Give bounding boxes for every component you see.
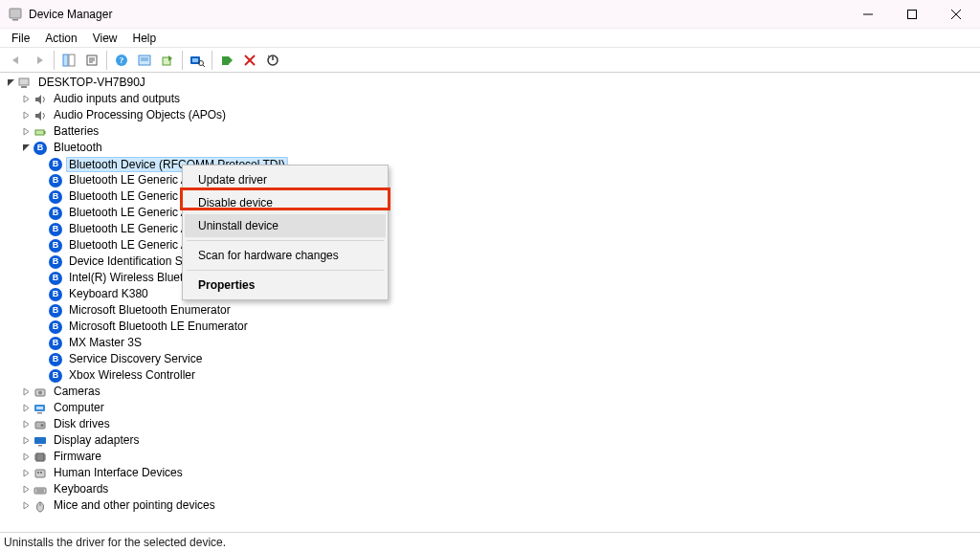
menu-file[interactable]: File xyxy=(4,29,37,48)
menu-view[interactable]: View xyxy=(85,29,125,48)
expand-icon[interactable] xyxy=(19,387,33,396)
tree-root-label: DESKTOP-VH7B90J xyxy=(36,75,147,91)
properties-toolbar-button[interactable] xyxy=(81,50,102,71)
svg-rect-1 xyxy=(12,19,18,21)
tree-category[interactable]: Firmware xyxy=(4,449,980,465)
svg-rect-3 xyxy=(908,10,917,18)
tree-device-label: Xbox Wireless Controller xyxy=(67,367,197,384)
tree-category[interactable]: Audio Processing Objects (APOs) xyxy=(4,107,980,123)
collapse-icon[interactable] xyxy=(4,78,17,87)
tree-device[interactable]: BIntel(R) Wireless Bluetooth(R) xyxy=(4,270,980,286)
action-list-button[interactable] xyxy=(134,50,155,71)
expand-icon[interactable] xyxy=(19,95,33,103)
menu-help[interactable]: Help xyxy=(125,29,165,48)
expand-icon[interactable] xyxy=(19,420,33,429)
tree-device-label: Microsoft Bluetooth Enumerator xyxy=(67,302,233,319)
help-button[interactable]: ? xyxy=(111,50,132,71)
tree-category[interactable]: Computer xyxy=(4,400,980,416)
bluetooth-icon: B xyxy=(48,206,63,221)
tree-device[interactable]: BDevice Identification Service xyxy=(4,253,980,270)
back-button[interactable] xyxy=(6,50,27,71)
device-tree[interactable]: DESKTOP-VH7B90JAudio inputs and outputsA… xyxy=(0,73,980,532)
tree-category[interactable]: BBluetooth xyxy=(4,140,980,156)
tree-device[interactable]: BBluetooth Device (RFCOMM Protocol TDI) xyxy=(4,156,980,172)
expand-icon[interactable] xyxy=(19,111,33,120)
uninstall-device-toolbar-button[interactable] xyxy=(239,50,260,71)
tree-category[interactable]: Mice and other pointing devices xyxy=(4,497,980,514)
tree-device[interactable]: BMicrosoft Bluetooth Enumerator xyxy=(4,302,980,319)
tree-device[interactable]: BMX Master 3S xyxy=(4,335,980,351)
tree-category[interactable]: Batteries xyxy=(4,123,980,140)
camera-icon xyxy=(33,385,48,400)
bluetooth-icon: B xyxy=(48,157,63,172)
context-properties[interactable]: Properties xyxy=(185,274,386,297)
tree-category[interactable]: Human Interface Devices xyxy=(4,465,980,481)
scan-hardware-toolbar-button[interactable] xyxy=(187,50,208,71)
expand-icon[interactable] xyxy=(19,469,33,477)
forward-button[interactable] xyxy=(29,50,50,71)
tree-device[interactable]: BService Discovery Service xyxy=(4,351,980,367)
menu-action[interactable]: Action xyxy=(37,29,84,48)
show-hide-console-tree-button[interactable] xyxy=(58,50,79,71)
expand-icon[interactable] xyxy=(19,452,33,461)
tree-device[interactable]: BBluetooth LE Generic Attribute Service xyxy=(4,205,980,221)
enable-device-toolbar-button[interactable] xyxy=(216,50,237,71)
expand-icon[interactable] xyxy=(19,501,33,510)
tree-category[interactable]: Keyboards xyxy=(4,481,980,497)
svg-rect-38 xyxy=(38,445,42,447)
toolbar: ? xyxy=(0,48,980,73)
update-driver-toolbar-button[interactable] xyxy=(157,50,178,71)
svg-point-36 xyxy=(41,424,44,427)
computer-icon xyxy=(17,76,33,91)
tree-category-label: Audio inputs and outputs xyxy=(52,91,182,107)
tree-category-label: Human Interface Devices xyxy=(52,465,185,481)
menu-bar: File Action View Help xyxy=(0,29,980,48)
context-separator xyxy=(187,270,384,271)
tree-root[interactable]: DESKTOP-VH7B90J xyxy=(4,75,980,91)
svg-rect-39 xyxy=(36,453,44,461)
tree-category[interactable]: Cameras xyxy=(4,384,980,400)
svg-rect-47 xyxy=(37,472,39,474)
context-scan-hardware[interactable]: Scan for hardware changes xyxy=(185,244,386,267)
maximize-button[interactable] xyxy=(890,0,934,29)
tree-device[interactable]: BMicrosoft Bluetooth LE Enumerator xyxy=(4,319,980,335)
svg-rect-22 xyxy=(222,56,229,65)
computer-icon xyxy=(33,401,48,416)
expand-icon[interactable] xyxy=(19,127,33,136)
collapse-icon[interactable] xyxy=(19,143,33,152)
tree-device[interactable]: BBluetooth LE Generic Attribute Service xyxy=(4,221,980,237)
bluetooth-icon: B xyxy=(48,336,63,351)
expand-icon[interactable] xyxy=(19,404,33,412)
tree-device[interactable]: BBluetooth LE Generic Attribute Service xyxy=(4,172,980,188)
disable-device-toolbar-button[interactable] xyxy=(262,50,283,71)
bluetooth-icon: B xyxy=(48,173,63,188)
status-bar: Uninstalls the driver for the selected d… xyxy=(0,532,980,551)
svg-rect-27 xyxy=(21,86,27,88)
minimize-button[interactable] xyxy=(846,0,890,29)
bluetooth-icon: B xyxy=(48,222,63,237)
tree-device-label: Service Discovery Service xyxy=(67,351,204,367)
context-uninstall-device[interactable]: Uninstall device xyxy=(185,214,386,237)
close-button[interactable] xyxy=(934,0,978,29)
tree-category[interactable]: Display adapters xyxy=(4,432,980,449)
context-separator xyxy=(187,240,384,241)
hid-icon xyxy=(33,466,48,481)
disk-icon xyxy=(33,417,48,432)
expand-icon[interactable] xyxy=(19,436,33,445)
svg-rect-28 xyxy=(35,130,44,135)
svg-rect-49 xyxy=(34,488,46,494)
tree-device[interactable]: BBluetooth LE Generic Attribute Service xyxy=(4,188,980,205)
tree-device[interactable]: BXbox Wireless Controller xyxy=(4,367,980,384)
tree-device[interactable]: BBluetooth LE Generic Attribute Service xyxy=(4,237,980,253)
context-update-driver[interactable]: Update driver xyxy=(185,168,386,191)
audio-icon xyxy=(33,92,48,107)
context-disable-device[interactable]: Disable device xyxy=(185,191,386,214)
tree-category[interactable]: Disk drives xyxy=(4,416,980,432)
tree-category-label: Computer xyxy=(52,400,106,416)
tree-category[interactable]: Audio inputs and outputs xyxy=(4,91,980,107)
svg-rect-37 xyxy=(34,437,46,444)
window-title: Device Manager xyxy=(29,8,112,21)
bluetooth-icon: B xyxy=(48,352,63,367)
tree-device[interactable]: BKeyboard K380 xyxy=(4,286,980,302)
expand-icon[interactable] xyxy=(19,485,33,494)
